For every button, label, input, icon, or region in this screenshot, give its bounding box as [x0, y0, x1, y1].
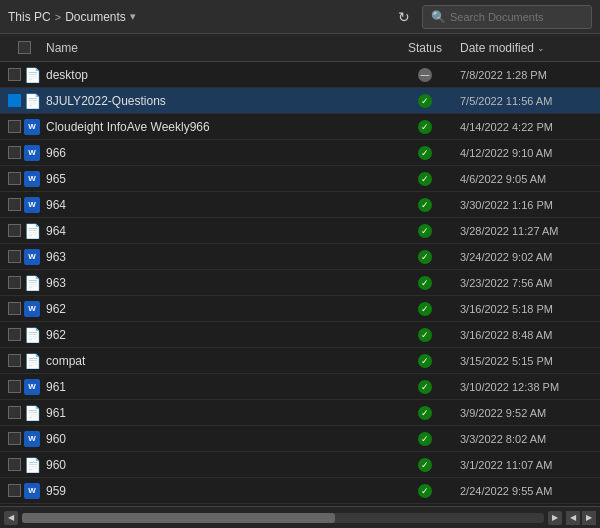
- file-status-cell: ✓: [390, 458, 460, 472]
- row-checkbox[interactable]: [8, 302, 21, 315]
- column-status[interactable]: Status: [390, 41, 460, 55]
- table-row[interactable]: 📄962✓3/16/2022 8:48 AM: [0, 322, 600, 348]
- file-name: 960: [42, 432, 390, 446]
- row-checkbox-cell[interactable]: W: [6, 119, 42, 135]
- row-checkbox-cell[interactable]: W: [6, 197, 42, 213]
- file-name: 962: [42, 328, 390, 342]
- column-name[interactable]: Name: [42, 41, 390, 55]
- row-checkbox[interactable]: [8, 328, 21, 341]
- table-row[interactable]: W961✓3/10/2022 12:38 PM: [0, 374, 600, 400]
- status-icon: ✓: [418, 302, 432, 316]
- row-checkbox-cell[interactable]: 📄: [6, 457, 42, 473]
- file-date: 3/24/2022 9:02 AM: [460, 251, 600, 263]
- table-row[interactable]: 📄compat✓3/15/2022 5:15 PM: [0, 348, 600, 374]
- file-date: 4/14/2022 4:22 PM: [460, 121, 600, 133]
- row-checkbox-cell[interactable]: 📄: [6, 93, 42, 109]
- word-icon: W: [24, 301, 40, 317]
- column-date-modified[interactable]: Date modified ⌄: [460, 41, 600, 55]
- table-row[interactable]: 📄960✓3/1/2022 11:07 AM: [0, 452, 600, 478]
- table-row[interactable]: W966✓4/12/2022 9:10 AM: [0, 140, 600, 166]
- table-row[interactable]: 📄desktop—7/8/2022 1:28 PM: [0, 62, 600, 88]
- file-date: 3/10/2022 12:38 PM: [460, 381, 600, 393]
- row-checkbox[interactable]: [8, 172, 21, 185]
- file-status-cell: ✓: [390, 406, 460, 420]
- row-checkbox-cell[interactable]: W: [6, 379, 42, 395]
- row-checkbox-cell[interactable]: 📄: [6, 327, 42, 343]
- row-checkbox[interactable]: [8, 406, 21, 419]
- title-bar: This PC > Documents ▾ ↻ 🔍: [0, 0, 600, 34]
- file-name: 8JULY2022-Questions: [42, 94, 390, 108]
- file-status-cell: ✓: [390, 120, 460, 134]
- row-checkbox[interactable]: [8, 120, 21, 133]
- breadcrumb-documents[interactable]: Documents: [65, 10, 126, 24]
- row-checkbox[interactable]: [8, 458, 21, 471]
- row-checkbox[interactable]: [8, 198, 21, 211]
- row-checkbox[interactable]: [8, 484, 21, 497]
- row-checkbox-cell[interactable]: W: [6, 431, 42, 447]
- table-row[interactable]: W962✓3/16/2022 5:18 PM: [0, 296, 600, 322]
- breadcrumb[interactable]: This PC > Documents ▾: [8, 10, 386, 24]
- corner-button-1[interactable]: ◀: [566, 511, 580, 525]
- status-icon: —: [418, 68, 432, 82]
- row-checkbox[interactable]: [8, 276, 21, 289]
- table-row[interactable]: W960✓3/3/2022 8:02 AM: [0, 426, 600, 452]
- row-checkbox[interactable]: [8, 224, 21, 237]
- horizontal-scrollbar-track[interactable]: [22, 513, 544, 523]
- file-name: 963: [42, 250, 390, 264]
- scroll-left-button[interactable]: ◀: [4, 511, 18, 525]
- horizontal-scrollbar-thumb[interactable]: [22, 513, 335, 523]
- row-checkbox-cell[interactable]: W: [6, 301, 42, 317]
- table-row[interactable]: WCloudeight InfoAve Weekly966✓4/14/2022 …: [0, 114, 600, 140]
- file-status-cell: ✓: [390, 276, 460, 290]
- word-icon: W: [24, 171, 40, 187]
- table-row[interactable]: W959✓2/24/2022 9:55 AM: [0, 478, 600, 504]
- file-date: 7/5/2022 11:56 AM: [460, 95, 600, 107]
- status-icon: ✓: [418, 224, 432, 238]
- row-checkbox-cell[interactable]: 📄: [6, 223, 42, 239]
- scroll-right-button[interactable]: ▶: [548, 511, 562, 525]
- file-date: 7/8/2022 1:28 PM: [460, 69, 600, 81]
- refresh-button[interactable]: ↻: [392, 5, 416, 29]
- row-checkbox-cell[interactable]: 📄: [6, 275, 42, 291]
- row-checkbox-cell[interactable]: W: [6, 249, 42, 265]
- row-checkbox-cell[interactable]: 📄: [6, 67, 42, 83]
- breadcrumb-thispc[interactable]: This PC: [8, 10, 51, 24]
- file-icon: 📄: [24, 223, 40, 239]
- breadcrumb-dropdown-arrow[interactable]: ▾: [130, 10, 136, 23]
- bottom-bar: ◀ ▶ ◀ ▶: [0, 506, 600, 528]
- row-checkbox-cell[interactable]: W: [6, 145, 42, 161]
- file-status-cell: ✓: [390, 146, 460, 160]
- row-checkbox[interactable]: [8, 94, 21, 107]
- row-checkbox-cell[interactable]: 📄: [6, 405, 42, 421]
- status-icon: ✓: [418, 276, 432, 290]
- table-row[interactable]: 📄964✓3/28/2022 11:27 AM: [0, 218, 600, 244]
- file-name: 961: [42, 406, 390, 420]
- breadcrumb-sep1: >: [55, 11, 61, 23]
- row-checkbox-cell[interactable]: 📄: [6, 353, 42, 369]
- row-checkbox[interactable]: [8, 432, 21, 445]
- search-input[interactable]: [450, 11, 580, 23]
- table-row[interactable]: W964✓3/30/2022 1:16 PM: [0, 192, 600, 218]
- row-checkbox-cell[interactable]: W: [6, 483, 42, 499]
- search-icon: 🔍: [431, 10, 446, 24]
- row-checkbox[interactable]: [8, 146, 21, 159]
- corner-buttons: ◀ ▶: [566, 511, 596, 525]
- table-row[interactable]: W965✓4/6/2022 9:05 AM: [0, 166, 600, 192]
- corner-button-2[interactable]: ▶: [582, 511, 596, 525]
- row-checkbox-cell[interactable]: W: [6, 171, 42, 187]
- table-row[interactable]: W963✓3/24/2022 9:02 AM: [0, 244, 600, 270]
- file-icon: 📄: [24, 457, 40, 473]
- row-checkbox[interactable]: [8, 380, 21, 393]
- header-checkbox-cell[interactable]: [6, 41, 42, 54]
- word-icon: W: [24, 379, 40, 395]
- file-date: 2/24/2022 9:55 AM: [460, 485, 600, 497]
- search-box[interactable]: 🔍: [422, 5, 592, 29]
- file-status-cell: ✓: [390, 328, 460, 342]
- row-checkbox[interactable]: [8, 68, 21, 81]
- table-row[interactable]: 📄8JULY2022-Questions✓7/5/2022 11:56 AM: [0, 88, 600, 114]
- row-checkbox[interactable]: [8, 250, 21, 263]
- row-checkbox[interactable]: [8, 354, 21, 367]
- table-row[interactable]: 📄963✓3/23/2022 7:56 AM: [0, 270, 600, 296]
- header-checkbox[interactable]: [18, 41, 31, 54]
- table-row[interactable]: 📄961✓3/9/2022 9:52 AM: [0, 400, 600, 426]
